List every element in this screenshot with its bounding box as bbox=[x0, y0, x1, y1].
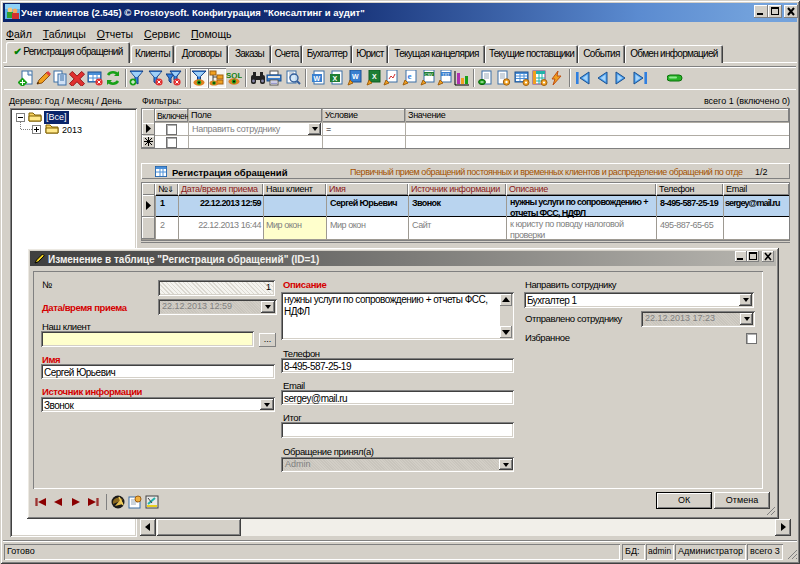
svg-text:X: X bbox=[333, 75, 338, 82]
svg-text:W: W bbox=[314, 75, 321, 82]
svg-text:X: X bbox=[372, 73, 377, 80]
svg-text:CSV: CSV bbox=[425, 72, 434, 77]
svg-text:e: e bbox=[408, 71, 412, 81]
svg-text:TXT: TXT bbox=[442, 72, 450, 77]
svg-text:W: W bbox=[352, 73, 359, 80]
